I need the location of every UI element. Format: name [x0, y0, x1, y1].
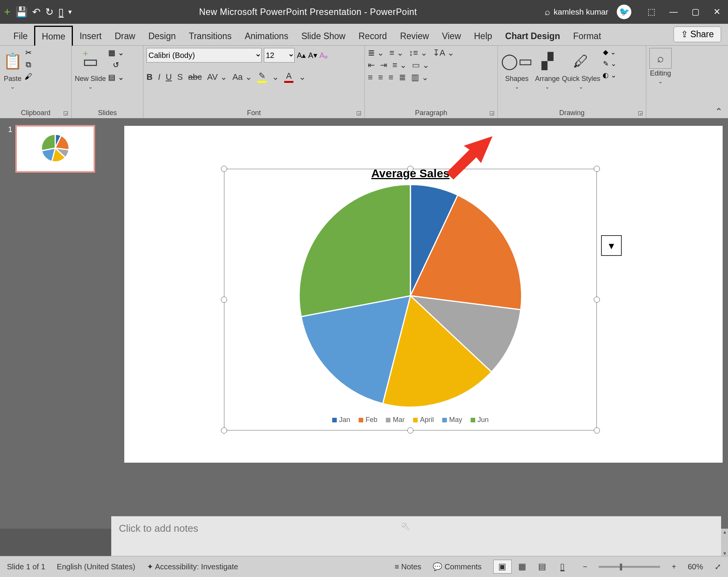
convert-smartart-icon[interactable]: ▭ ⌄	[412, 60, 429, 70]
bold-button[interactable]: B	[147, 72, 153, 82]
normal-view-button[interactable]: ▣	[493, 560, 512, 574]
search-icon[interactable]: ⌕	[545, 7, 550, 17]
font-name-select[interactable]: Calibri (Body)	[147, 48, 262, 63]
collapse-ribbon-icon[interactable]: ⌃	[715, 106, 723, 117]
handle-bot-mid[interactable]	[407, 427, 413, 434]
change-case-button[interactable]: Aa ⌄	[232, 72, 252, 82]
accessibility-status[interactable]: ✦ Accessibility: Investigate	[147, 562, 238, 571]
slide-thumbnail-1[interactable]: 1	[4, 125, 115, 173]
shadow-button[interactable]: S	[177, 72, 183, 82]
chart-filter-button[interactable]: ▾	[601, 235, 622, 256]
handle-mid-left[interactable]	[221, 297, 227, 303]
tab-record[interactable]: Record	[352, 26, 394, 45]
tab-help[interactable]: Help	[468, 26, 499, 45]
notes-scrollbar[interactable]: ▴▾	[721, 529, 728, 556]
cut-icon[interactable]: ✂	[25, 48, 32, 57]
paragraph-dialog-icon[interactable]: ◲	[489, 110, 494, 116]
from-beginning-icon[interactable]: ▯̲	[58, 6, 64, 18]
maximize-icon[interactable]: ▢	[692, 7, 700, 17]
add-cmd-icon[interactable]: +	[4, 5, 11, 18]
quick-styles-button[interactable]: 🖊Quick Styles⌄	[562, 48, 600, 90]
align-text-icon[interactable]: ≡ ⌄	[392, 60, 407, 70]
clear-formatting-icon[interactable]: Aᵩ	[320, 51, 328, 60]
notes-toggle[interactable]: ≡ Notes	[395, 562, 421, 571]
undo-icon[interactable]: ↶	[32, 6, 41, 18]
handle-mid-right[interactable]	[594, 297, 600, 303]
tab-transitions[interactable]: Transitions	[182, 26, 238, 45]
columns-icon[interactable]: ▥ ⌄	[411, 73, 428, 82]
tab-file[interactable]: File	[7, 26, 34, 45]
handle-bot-right[interactable]	[594, 427, 600, 434]
editing-button[interactable]: ⌕Editing⌄	[649, 48, 672, 84]
bullets-icon[interactable]: ≣ ⌄	[368, 48, 384, 58]
shape-effects-icon[interactable]: ◐ ⌄	[603, 71, 616, 79]
thumbnail-pane[interactable]: 1	[0, 118, 119, 529]
slide-counter[interactable]: Slide 1 of 1	[7, 562, 45, 571]
handle-bot-left[interactable]	[221, 427, 227, 434]
ribbon-display-icon[interactable]: ⬚	[647, 7, 656, 17]
align-center-icon[interactable]: ≡	[378, 73, 383, 82]
increase-font-icon[interactable]: A▴	[297, 51, 306, 60]
zoom-slider[interactable]	[599, 566, 660, 568]
zoom-level[interactable]: 60%	[688, 562, 703, 571]
increase-indent-icon[interactable]: ⇥	[380, 60, 387, 70]
user-name[interactable]: kamlesh kumar	[554, 7, 608, 16]
font-dialog-icon[interactable]: ◲	[356, 110, 361, 116]
reading-view-button[interactable]: ▤	[533, 560, 552, 574]
zoom-out-button[interactable]: −	[583, 562, 588, 571]
tab-view[interactable]: View	[435, 26, 467, 45]
chart-selection[interactable]: Average Sales JanFebMarAprilMayJun ▾	[224, 169, 597, 430]
fit-to-window-button[interactable]: ⤢	[715, 562, 721, 571]
save-icon[interactable]: 💾	[15, 6, 28, 18]
decrease-indent-icon[interactable]: ⇤	[368, 60, 375, 70]
tab-animations[interactable]: Animations	[238, 26, 295, 45]
zoom-in-button[interactable]: +	[672, 562, 676, 571]
tab-slide-show[interactable]: Slide Show	[295, 26, 352, 45]
notes-pane[interactable]: Click to add notes	[111, 516, 721, 556]
tab-design[interactable]: Design	[142, 26, 183, 45]
layout-icon[interactable]: ▦ ⌄	[108, 48, 124, 57]
new-slide-button[interactable]: ▭+ New Slide⌄	[75, 48, 106, 90]
tab-home[interactable]: Home	[34, 26, 73, 46]
slide-canvas[interactable]: Average Sales JanFebMarAprilMayJun ▾	[119, 118, 728, 529]
copy-icon[interactable]: ⧉	[26, 60, 31, 69]
underline-button[interactable]: U	[166, 72, 172, 82]
close-icon[interactable]: ✕	[713, 7, 720, 17]
clipboard-dialog-icon[interactable]: ◲	[63, 110, 68, 116]
font-color-button[interactable]: A	[284, 71, 293, 83]
chart-title[interactable]: Average Sales	[224, 167, 596, 180]
justify-icon[interactable]: ≣	[399, 73, 406, 82]
italic-button[interactable]: I	[158, 72, 160, 82]
comments-toggle[interactable]: 💬 Comments	[433, 562, 481, 571]
language-status[interactable]: English (United States)	[57, 562, 135, 571]
text-direction-icon[interactable]: ↧A ⌄	[433, 48, 454, 58]
reset-icon[interactable]: ↺	[113, 60, 119, 69]
format-painter-icon[interactable]: 🖌	[25, 72, 32, 81]
highlight-button[interactable]: ✎	[257, 71, 267, 83]
arrange-button[interactable]: ▞Arrange⌄	[535, 48, 560, 90]
numbering-icon[interactable]: ≡ ⌄	[389, 48, 404, 58]
drawing-dialog-icon[interactable]: ◲	[638, 110, 643, 116]
redo-icon[interactable]: ↻	[45, 6, 54, 18]
slideshow-view-button[interactable]: ▯̲	[553, 560, 572, 574]
line-spacing-icon[interactable]: ↕≡ ⌄	[409, 48, 427, 58]
shapes-button[interactable]: ◯▭Shapes⌄	[501, 48, 533, 90]
tab-review[interactable]: Review	[394, 26, 435, 45]
decrease-font-icon[interactable]: A▾	[308, 51, 317, 60]
section-icon[interactable]: ▤ ⌄	[108, 73, 124, 82]
align-left-icon[interactable]: ≡	[368, 73, 373, 82]
qat-customize-icon[interactable]: ▾	[68, 8, 72, 16]
char-spacing-button[interactable]: AV ⌄	[207, 72, 227, 82]
font-size-select[interactable]: 12	[264, 48, 295, 63]
tab-format[interactable]: Format	[567, 26, 608, 45]
tab-insert[interactable]: Insert	[73, 26, 108, 45]
paste-button[interactable]: 📋 Paste⌄	[3, 48, 22, 90]
tab-draw[interactable]: Draw	[108, 26, 142, 45]
align-right-icon[interactable]: ≡	[389, 73, 394, 82]
tab-chart-design[interactable]: Chart Design	[499, 26, 567, 45]
share-button[interactable]: ⇪Share	[674, 26, 721, 42]
sorter-view-button[interactable]: ▦	[513, 560, 532, 574]
user-avatar-icon[interactable]: 🐦	[617, 5, 631, 19]
strikethrough-button[interactable]: abc	[188, 72, 202, 82]
shape-outline-icon[interactable]: ✎ ⌄	[603, 59, 616, 68]
